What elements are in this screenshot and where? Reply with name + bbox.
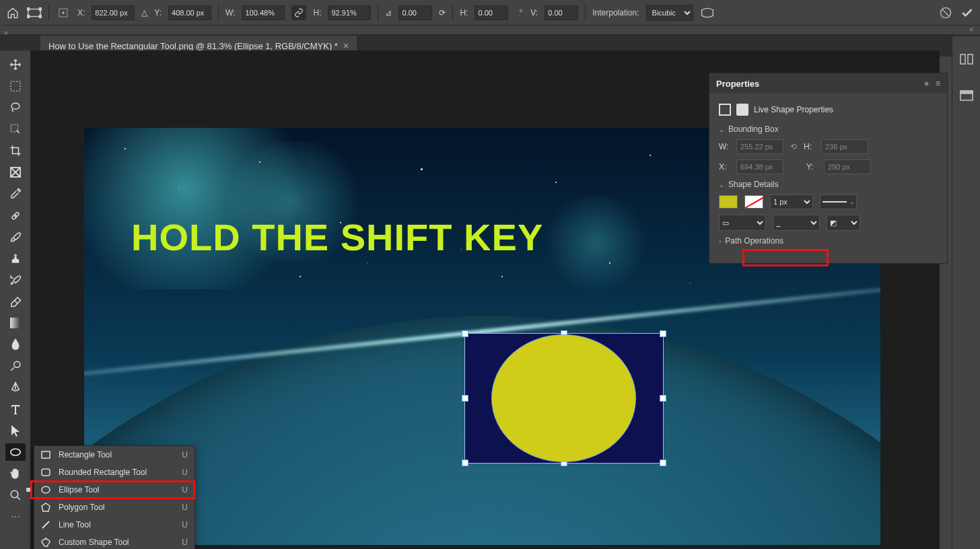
blur-tool[interactable] — [5, 336, 26, 353]
rotate-icon[interactable]: ⟳ — [439, 8, 446, 17]
rectangle-tool-item[interactable]: Rectangle Tool U — [34, 446, 195, 464]
rounded-rectangle-tool-item[interactable]: Rounded Rectangle Tool U — [34, 464, 195, 481]
height-input[interactable] — [821, 139, 868, 154]
menu-label: Polygon Tool — [59, 503, 105, 512]
healing-tool[interactable] — [5, 207, 26, 224]
svg-rect-22 — [968, 54, 973, 64]
gradient-tool[interactable] — [5, 314, 26, 332]
menu-label: Rounded Rectangle Tool — [59, 468, 147, 477]
chevron-down-icon: ⌄ — [719, 126, 724, 133]
svg-rect-4 — [39, 15, 42, 17]
svg-rect-17 — [42, 451, 50, 458]
menu-label: Line Tool — [59, 520, 91, 529]
type-tool[interactable] — [5, 400, 26, 418]
stroke-swatch[interactable] — [744, 195, 763, 209]
stroke-caps-select[interactable]: ⎯ — [773, 215, 820, 231]
warp-icon[interactable] — [700, 5, 715, 20]
y-input[interactable] — [168, 5, 211, 20]
ellipse-tool-item[interactable]: Ellipse Tool U — [34, 481, 195, 499]
menu-key: U — [182, 503, 188, 512]
options-bar: X: △ Y: W: H: ⊿ ⟳ H: ° V: Interpolation:… — [0, 0, 980, 26]
stroke-corners-select[interactable]: ◩ — [827, 215, 860, 231]
crop-tool[interactable] — [5, 142, 26, 159]
svg-marker-20 — [42, 503, 50, 511]
menu-key: U — [182, 485, 188, 495]
transform-box-icon[interactable] — [27, 5, 42, 20]
vskew-input[interactable] — [545, 5, 578, 20]
shape-tool[interactable] — [5, 443, 26, 461]
dodge-tool[interactable] — [5, 357, 26, 375]
svg-rect-18 — [42, 469, 50, 476]
svg-rect-8 — [11, 81, 20, 91]
frame-tool[interactable] — [5, 163, 26, 181]
svg-rect-24 — [960, 91, 973, 94]
ellipse-shape[interactable] — [491, 334, 636, 462]
clone-tool[interactable] — [5, 250, 26, 267]
path-operations-section[interactable]: ›Path Operations — [719, 236, 938, 246]
lasso-tool[interactable] — [5, 99, 26, 116]
stroke-align-select[interactable]: ▭ — [719, 215, 766, 231]
reference-point-icon[interactable] — [56, 5, 71, 20]
x-input[interactable] — [92, 5, 135, 20]
move-tool[interactable] — [5, 56, 26, 73]
svg-rect-21 — [960, 54, 965, 64]
w-label: W: — [719, 142, 730, 151]
menu-label: Ellipse Tool — [59, 485, 99, 495]
mask-badge-icon — [736, 104, 748, 116]
h-input[interactable] — [328, 5, 371, 20]
line-icon — [41, 520, 52, 529]
panel-icon-1[interactable] — [958, 51, 975, 67]
eraser-tool[interactable] — [5, 293, 26, 310]
y-input[interactable] — [824, 159, 871, 174]
commit-icon[interactable] — [960, 5, 975, 20]
expand-bar[interactable]: »« — [0, 26, 980, 35]
menu-key: U — [182, 450, 188, 460]
menu-label: Rectangle Tool — [59, 450, 112, 460]
marquee-tool[interactable] — [5, 77, 26, 95]
hskew-input[interactable] — [475, 5, 508, 20]
quick-select-tool[interactable] — [5, 120, 26, 138]
polygon-tool-item[interactable]: Polygon Tool U — [34, 499, 195, 516]
panel-icon-2[interactable] — [958, 87, 975, 104]
home-icon[interactable] — [5, 5, 20, 20]
chevron-down-icon: ⌄ — [719, 181, 724, 188]
fill-swatch[interactable] — [719, 195, 738, 209]
stroke-width-select[interactable]: 1 px — [770, 194, 813, 209]
link-icon[interactable]: ⟲ — [790, 142, 797, 151]
line-tool-item[interactable]: Line Tool U — [34, 516, 195, 534]
w-input[interactable] — [242, 5, 285, 20]
delta-icon: △ — [141, 8, 147, 17]
brush-tool[interactable] — [5, 228, 26, 246]
shape-details-section[interactable]: ⌄Shape Details — [719, 180, 938, 189]
svg-point-14 — [13, 361, 20, 367]
pen-tool[interactable] — [5, 379, 26, 396]
custom-shape-tool-item[interactable]: Custom Shape Tool U — [34, 534, 195, 549]
more-tools-icon[interactable]: ⋯ — [5, 508, 26, 525]
zoom-tool[interactable] — [5, 486, 26, 504]
collapse-icon[interactable]: » — [924, 79, 929, 88]
bounding-box-section[interactable]: ⌄Bounding Box — [719, 124, 938, 134]
interp-select[interactable]: Bicubic — [646, 5, 693, 21]
path-select-tool[interactable] — [5, 422, 26, 439]
x-label: X: — [77, 8, 85, 17]
hskew-label: H: — [460, 8, 468, 17]
x-input[interactable] — [736, 159, 783, 174]
svg-point-9 — [11, 103, 20, 109]
chevron-right-icon: › — [719, 237, 721, 245]
svg-point-15 — [10, 449, 20, 455]
cancel-icon[interactable] — [938, 5, 953, 20]
eyedropper-tool[interactable] — [5, 185, 26, 203]
stroke-style-select[interactable]: ⌄ — [820, 194, 857, 209]
rectangle-icon — [41, 451, 52, 459]
history-brush-tool[interactable] — [5, 271, 26, 289]
h-label: H: — [313, 8, 321, 17]
width-input[interactable] — [736, 139, 783, 154]
panel-menu-icon[interactable]: ≡ — [936, 79, 940, 88]
panel-header[interactable]: Properties » ≡ — [709, 73, 947, 94]
close-icon[interactable]: × — [343, 40, 349, 51]
ellipse-icon — [41, 486, 52, 494]
link-icon[interactable] — [291, 5, 306, 20]
svg-point-16 — [11, 490, 18, 498]
angle-input[interactable] — [398, 5, 432, 20]
hand-tool[interactable] — [5, 465, 26, 482]
